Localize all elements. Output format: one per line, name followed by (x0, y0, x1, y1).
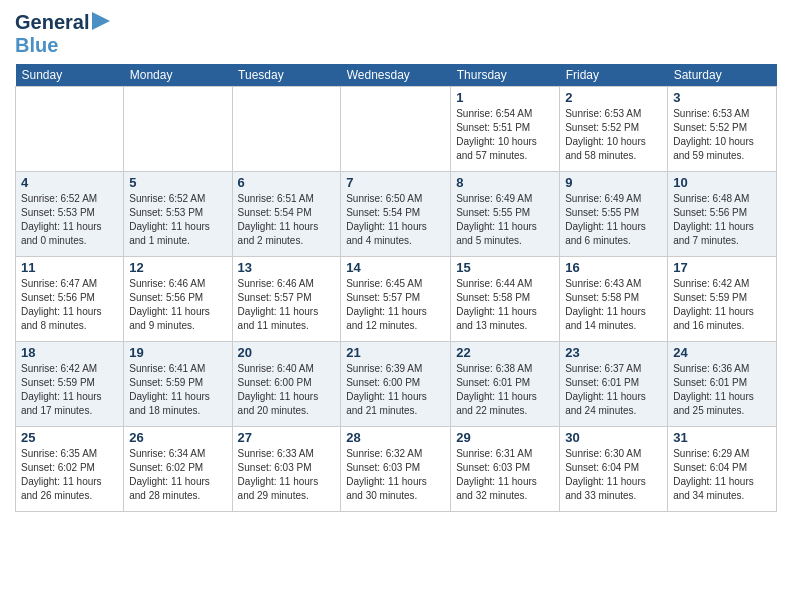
calendar-header-row: SundayMondayTuesdayWednesdayThursdayFrid… (16, 64, 777, 87)
day-info: Sunrise: 6:52 AM Sunset: 5:53 PM Dayligh… (21, 192, 118, 248)
day-info: Sunrise: 6:54 AM Sunset: 5:51 PM Dayligh… (456, 107, 554, 163)
day-info: Sunrise: 6:53 AM Sunset: 5:52 PM Dayligh… (673, 107, 771, 163)
day-number: 28 (346, 430, 445, 445)
calendar-table: SundayMondayTuesdayWednesdayThursdayFrid… (15, 64, 777, 512)
day-info: Sunrise: 6:42 AM Sunset: 5:59 PM Dayligh… (673, 277, 771, 333)
calendar-cell: 13Sunrise: 6:46 AM Sunset: 5:57 PM Dayli… (232, 257, 341, 342)
calendar-cell: 3Sunrise: 6:53 AM Sunset: 5:52 PM Daylig… (668, 87, 777, 172)
day-number: 2 (565, 90, 662, 105)
day-info: Sunrise: 6:39 AM Sunset: 6:00 PM Dayligh… (346, 362, 445, 418)
calendar-cell: 24Sunrise: 6:36 AM Sunset: 6:01 PM Dayli… (668, 342, 777, 427)
calendar-header-tuesday: Tuesday (232, 64, 341, 87)
calendar-cell: 1Sunrise: 6:54 AM Sunset: 5:51 PM Daylig… (451, 87, 560, 172)
day-number: 5 (129, 175, 226, 190)
calendar-header-monday: Monday (124, 64, 232, 87)
svg-marker-0 (92, 12, 110, 30)
day-number: 8 (456, 175, 554, 190)
day-info: Sunrise: 6:37 AM Sunset: 6:01 PM Dayligh… (565, 362, 662, 418)
day-number: 31 (673, 430, 771, 445)
day-info: Sunrise: 6:32 AM Sunset: 6:03 PM Dayligh… (346, 447, 445, 503)
calendar-cell: 20Sunrise: 6:40 AM Sunset: 6:00 PM Dayli… (232, 342, 341, 427)
day-number: 20 (238, 345, 336, 360)
day-info: Sunrise: 6:31 AM Sunset: 6:03 PM Dayligh… (456, 447, 554, 503)
calendar-cell: 5Sunrise: 6:52 AM Sunset: 5:53 PM Daylig… (124, 172, 232, 257)
day-number: 4 (21, 175, 118, 190)
calendar-week-row: 1Sunrise: 6:54 AM Sunset: 5:51 PM Daylig… (16, 87, 777, 172)
day-number: 29 (456, 430, 554, 445)
calendar-cell: 19Sunrise: 6:41 AM Sunset: 5:59 PM Dayli… (124, 342, 232, 427)
day-info: Sunrise: 6:51 AM Sunset: 5:54 PM Dayligh… (238, 192, 336, 248)
calendar-week-row: 4Sunrise: 6:52 AM Sunset: 5:53 PM Daylig… (16, 172, 777, 257)
day-number: 22 (456, 345, 554, 360)
calendar-cell: 22Sunrise: 6:38 AM Sunset: 6:01 PM Dayli… (451, 342, 560, 427)
calendar-cell: 7Sunrise: 6:50 AM Sunset: 5:54 PM Daylig… (341, 172, 451, 257)
calendar-cell: 8Sunrise: 6:49 AM Sunset: 5:55 PM Daylig… (451, 172, 560, 257)
day-number: 10 (673, 175, 771, 190)
logo-blue-text: Blue (15, 34, 58, 56)
day-number: 19 (129, 345, 226, 360)
logo-text: General (15, 11, 89, 33)
day-info: Sunrise: 6:50 AM Sunset: 5:54 PM Dayligh… (346, 192, 445, 248)
day-number: 12 (129, 260, 226, 275)
day-number: 26 (129, 430, 226, 445)
day-info: Sunrise: 6:35 AM Sunset: 6:02 PM Dayligh… (21, 447, 118, 503)
day-info: Sunrise: 6:36 AM Sunset: 6:01 PM Dayligh… (673, 362, 771, 418)
calendar-cell: 9Sunrise: 6:49 AM Sunset: 5:55 PM Daylig… (560, 172, 668, 257)
calendar-cell: 10Sunrise: 6:48 AM Sunset: 5:56 PM Dayli… (668, 172, 777, 257)
calendar-cell: 28Sunrise: 6:32 AM Sunset: 6:03 PM Dayli… (341, 427, 451, 512)
calendar-week-row: 18Sunrise: 6:42 AM Sunset: 5:59 PM Dayli… (16, 342, 777, 427)
day-info: Sunrise: 6:47 AM Sunset: 5:56 PM Dayligh… (21, 277, 118, 333)
day-info: Sunrise: 6:33 AM Sunset: 6:03 PM Dayligh… (238, 447, 336, 503)
day-number: 13 (238, 260, 336, 275)
header: General Blue (15, 10, 777, 56)
day-info: Sunrise: 6:49 AM Sunset: 5:55 PM Dayligh… (565, 192, 662, 248)
calendar-cell: 14Sunrise: 6:45 AM Sunset: 5:57 PM Dayli… (341, 257, 451, 342)
calendar-cell: 25Sunrise: 6:35 AM Sunset: 6:02 PM Dayli… (16, 427, 124, 512)
day-info: Sunrise: 6:52 AM Sunset: 5:53 PM Dayligh… (129, 192, 226, 248)
calendar-cell: 16Sunrise: 6:43 AM Sunset: 5:58 PM Dayli… (560, 257, 668, 342)
calendar-cell: 27Sunrise: 6:33 AM Sunset: 6:03 PM Dayli… (232, 427, 341, 512)
calendar-cell: 31Sunrise: 6:29 AM Sunset: 6:04 PM Dayli… (668, 427, 777, 512)
day-number: 17 (673, 260, 771, 275)
day-number: 7 (346, 175, 445, 190)
calendar-cell: 21Sunrise: 6:39 AM Sunset: 6:00 PM Dayli… (341, 342, 451, 427)
calendar-header-sunday: Sunday (16, 64, 124, 87)
day-info: Sunrise: 6:49 AM Sunset: 5:55 PM Dayligh… (456, 192, 554, 248)
calendar-cell (124, 87, 232, 172)
calendar-cell: 12Sunrise: 6:46 AM Sunset: 5:56 PM Dayli… (124, 257, 232, 342)
calendar-cell: 26Sunrise: 6:34 AM Sunset: 6:02 PM Dayli… (124, 427, 232, 512)
day-number: 11 (21, 260, 118, 275)
calendar-cell: 18Sunrise: 6:42 AM Sunset: 5:59 PM Dayli… (16, 342, 124, 427)
day-number: 15 (456, 260, 554, 275)
day-info: Sunrise: 6:48 AM Sunset: 5:56 PM Dayligh… (673, 192, 771, 248)
day-info: Sunrise: 6:45 AM Sunset: 5:57 PM Dayligh… (346, 277, 445, 333)
day-info: Sunrise: 6:38 AM Sunset: 6:01 PM Dayligh… (456, 362, 554, 418)
calendar-cell (341, 87, 451, 172)
day-number: 30 (565, 430, 662, 445)
calendar-cell: 4Sunrise: 6:52 AM Sunset: 5:53 PM Daylig… (16, 172, 124, 257)
day-number: 1 (456, 90, 554, 105)
day-info: Sunrise: 6:43 AM Sunset: 5:58 PM Dayligh… (565, 277, 662, 333)
calendar-cell (16, 87, 124, 172)
calendar-header-saturday: Saturday (668, 64, 777, 87)
logo: General Blue (15, 10, 110, 56)
calendar-cell: 2Sunrise: 6:53 AM Sunset: 5:52 PM Daylig… (560, 87, 668, 172)
calendar-cell (232, 87, 341, 172)
day-number: 23 (565, 345, 662, 360)
calendar-week-row: 25Sunrise: 6:35 AM Sunset: 6:02 PM Dayli… (16, 427, 777, 512)
day-info: Sunrise: 6:30 AM Sunset: 6:04 PM Dayligh… (565, 447, 662, 503)
calendar-header-friday: Friday (560, 64, 668, 87)
calendar-header-wednesday: Wednesday (341, 64, 451, 87)
calendar-cell: 30Sunrise: 6:30 AM Sunset: 6:04 PM Dayli… (560, 427, 668, 512)
day-number: 16 (565, 260, 662, 275)
day-number: 6 (238, 175, 336, 190)
day-number: 27 (238, 430, 336, 445)
calendar-cell: 23Sunrise: 6:37 AM Sunset: 6:01 PM Dayli… (560, 342, 668, 427)
calendar-cell: 6Sunrise: 6:51 AM Sunset: 5:54 PM Daylig… (232, 172, 341, 257)
calendar-cell: 11Sunrise: 6:47 AM Sunset: 5:56 PM Dayli… (16, 257, 124, 342)
logo-arrow-icon (92, 12, 110, 30)
day-info: Sunrise: 6:46 AM Sunset: 5:57 PM Dayligh… (238, 277, 336, 333)
day-number: 21 (346, 345, 445, 360)
day-number: 3 (673, 90, 771, 105)
day-info: Sunrise: 6:44 AM Sunset: 5:58 PM Dayligh… (456, 277, 554, 333)
